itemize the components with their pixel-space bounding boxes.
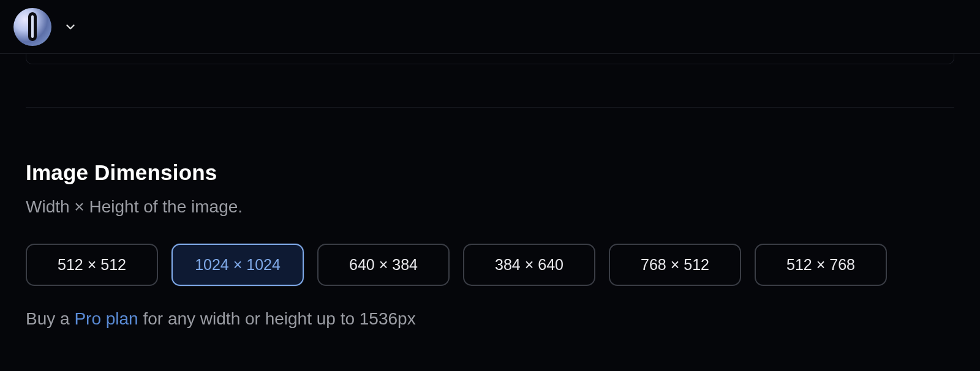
pro-plan-link[interactable]: Pro plan	[74, 309, 138, 328]
upsell-suffix: for any width or height up to 1536px	[138, 309, 416, 328]
chevron-down-icon	[64, 20, 77, 34]
app-logo-icon[interactable]	[13, 8, 51, 46]
upsell-prefix: Buy a	[26, 309, 74, 328]
top-bar	[0, 0, 980, 54]
upsell-footnote: Buy a Pro plan for any width or height u…	[26, 309, 954, 329]
collapsed-prior-section	[26, 53, 954, 64]
dimension-option-0[interactable]: 512 × 512	[26, 244, 158, 286]
content-area: Image Dimensions Width × Height of the i…	[0, 53, 980, 329]
model-dropdown-chevron[interactable]	[62, 19, 78, 35]
section-subtitle: Width × Height of the image.	[26, 197, 954, 217]
dimension-option-5[interactable]: 512 × 768	[755, 244, 887, 286]
dimension-option-2[interactable]: 640 × 384	[317, 244, 450, 286]
dimension-options-row: 512 × 512 1024 × 1024 640 × 384 384 × 64…	[26, 244, 954, 286]
dimension-option-4[interactable]: 768 × 512	[609, 244, 741, 286]
dimension-option-1[interactable]: 1024 × 1024	[172, 244, 304, 286]
image-dimensions-section: Image Dimensions Width × Height of the i…	[26, 160, 954, 329]
dimension-option-3[interactable]: 384 × 640	[463, 244, 595, 286]
section-title: Image Dimensions	[26, 160, 954, 185]
section-divider	[26, 107, 954, 108]
